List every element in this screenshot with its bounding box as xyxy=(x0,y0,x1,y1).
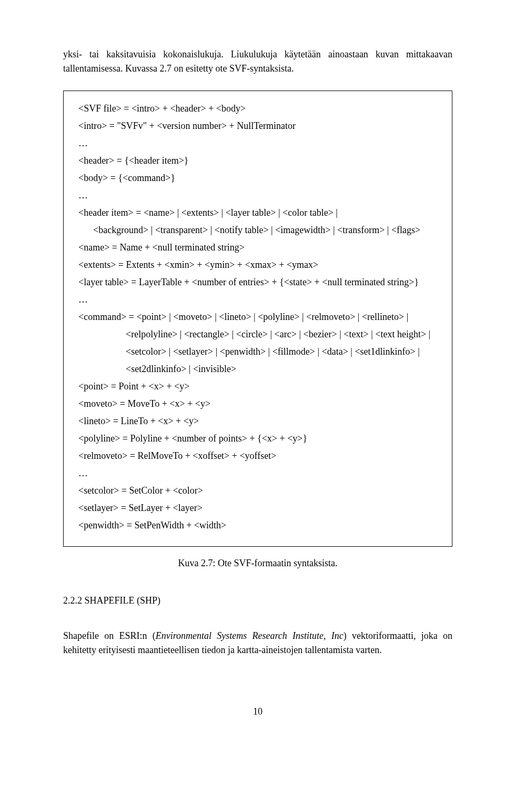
code-line: <header item> = <name> | <extents> | <la… xyxy=(78,206,437,220)
syntax-figure-box: <SVF file> = <intro> + <header> + <body>… xyxy=(63,91,452,547)
code-line: <background> | <transparent> | <notify t… xyxy=(78,223,437,237)
code-line: … xyxy=(78,136,437,151)
body-text-pre: Shapefile on ESRI:n ( xyxy=(63,630,156,641)
code-line: <lineto> = LineTo + <x> + <y> xyxy=(78,414,437,428)
code-line: … xyxy=(78,466,437,480)
code-line: <setlayer> = SetLayer + <layer> xyxy=(78,501,437,515)
figure-caption: Kuva 2.7: Ote SVF-formaatin syntaksista. xyxy=(63,556,452,570)
code-line: <body> = {<command>} xyxy=(78,171,437,185)
code-line: <point> = Point + <x> + <y> xyxy=(78,379,437,394)
code-line: <header> = {<header item>} xyxy=(78,154,437,168)
code-line: <extents> = Extents + <xmin> + <ymin> + … xyxy=(78,258,437,272)
code-line: <SVF file> = <intro> + <header> + <body> xyxy=(78,102,437,116)
code-line: … xyxy=(78,188,437,203)
code-line: <relpolyline> | <rectangle> | <circle> |… xyxy=(78,327,437,342)
code-line: <setcolor> | <setlayer> | <penwidth> | <… xyxy=(78,345,437,359)
code-line: <layer table> = LayerTable + <number of … xyxy=(78,275,437,289)
code-line: <intro> = "SVFv" + <version number> + Nu… xyxy=(78,119,437,133)
code-line: <setcolor> = SetColor + <color> xyxy=(78,484,437,498)
code-line: … xyxy=(78,293,437,307)
code-line: <command> = <point> | <moveto> | <lineto… xyxy=(78,310,437,324)
body-text-italic: Environmental Systems Research Institute… xyxy=(156,630,344,641)
page-number: 10 xyxy=(63,705,452,719)
section-heading: 2.2.2 SHAPEFILE (SHP) xyxy=(63,594,452,608)
code-line: <moveto> = MoveTo + <x> + <y> xyxy=(78,397,437,411)
code-line: <polyline> = Polyline + <number of point… xyxy=(78,432,437,446)
code-line: <penwidth> = SetPenWidth + <width> xyxy=(78,518,437,533)
code-line: <name> = Name + <null terminated string> xyxy=(78,240,437,255)
body-paragraph: Shapefile on ESRI:n (Environmental Syste… xyxy=(63,629,452,657)
code-line: <relmoveto> = RelMoveTo + <xoffset> + <y… xyxy=(78,449,437,463)
intro-paragraph: yksi- tai kaksitavuisia kokonaislukuja. … xyxy=(63,47,452,76)
code-line: <set2dlinkinfo> | <invisible> xyxy=(78,362,437,376)
